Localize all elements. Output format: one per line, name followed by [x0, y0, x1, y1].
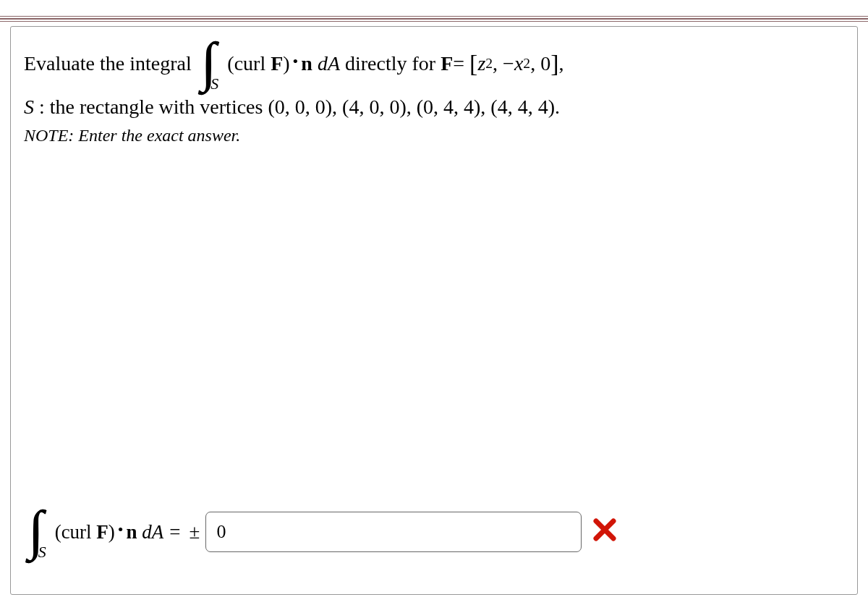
problem-statement-line: Evaluate the integral ∫∫ S (curl F ) • n…: [24, 44, 844, 82]
normal-n-answer: n: [127, 521, 137, 543]
comma-zero: , 0: [530, 52, 550, 75]
incorrect-icon: [592, 514, 618, 550]
x-var: x: [514, 52, 523, 75]
answer-row: ∫∫ S (curl F ) • n dA = ± 0: [24, 512, 844, 552]
intro-text: Evaluate the integral: [24, 52, 197, 75]
integral-subscript-answer: S: [38, 543, 46, 562]
domain-colon-text: : the rectangle with vertices: [39, 96, 268, 118]
double-integral-S-answer: ∫∫ S: [28, 512, 51, 551]
dot-product-answer: •: [118, 520, 124, 539]
bracket-close: ]: [550, 50, 558, 77]
integral-symbol-answer: ∫∫: [28, 511, 30, 549]
z-var: z: [477, 52, 485, 75]
dA-eq: dA =: [137, 521, 187, 543]
F-lhs: F: [441, 52, 453, 75]
double-integral-S: ∫∫ S: [201, 44, 224, 82]
vertices-list: (0, 0, 0), (4, 0, 0), (0, 4, 4), (4, 4, …: [268, 96, 560, 118]
curl-open-answer: (curl: [55, 521, 97, 543]
integral-subscript: S: [210, 75, 218, 93]
dA: dA: [312, 52, 340, 75]
plus-minus: ±: [190, 521, 200, 543]
equals-sign: =: [453, 52, 469, 75]
vector-F: F: [271, 52, 283, 75]
close-paren-answer: ): [109, 521, 115, 543]
curl-open: (curl: [227, 52, 271, 75]
domain-line: S : the rectangle with vertices (0, 0, 0…: [24, 96, 844, 119]
answer-input-value: 0: [216, 521, 226, 543]
problem-card: Evaluate the integral ∫∫ S (curl F ) • n…: [10, 26, 858, 595]
answer-integral-expr: ∫∫ S (curl F ) • n dA = ±: [24, 512, 205, 551]
S-symbol: S: [24, 96, 34, 118]
close-paren: ): [283, 52, 289, 75]
answer-input[interactable]: 0: [205, 512, 582, 552]
integral-symbol: ∫∫: [201, 43, 203, 81]
directly-for: directly for: [340, 52, 441, 75]
normal-n: n: [301, 52, 312, 75]
dot-product: •: [293, 52, 299, 71]
trailing-comma: ,: [558, 52, 563, 75]
note-line: NOTE: Enter the exact answer.: [24, 126, 844, 145]
vector-F-answer: F: [96, 521, 109, 543]
top-double-rule: [0, 16, 868, 22]
comma-neg: , −: [493, 52, 514, 75]
bracket-open: [: [469, 50, 477, 77]
